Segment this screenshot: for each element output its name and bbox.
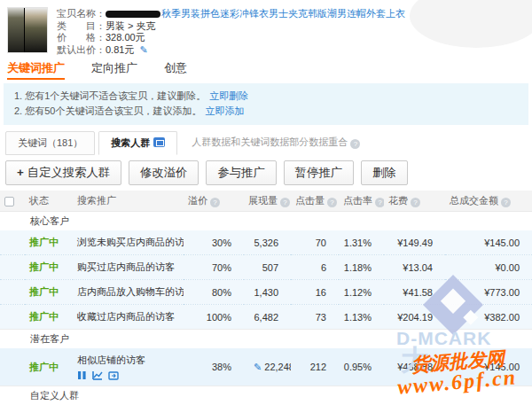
total-value: ¥773.00 (445, 280, 532, 305)
tab-targeting-promotion[interactable]: 定向推广 (91, 60, 137, 80)
cost-value: ¥149.49 (384, 230, 445, 255)
group-row-custom-audience: 自定义人群 (0, 386, 532, 405)
audience-data-hint: 人群数据和关键词数据部分数据重合 (192, 136, 360, 155)
product-name-label: 宝贝名称： (57, 8, 106, 19)
status-badge: 推广中 (29, 237, 59, 247)
price-label: 价 格： (57, 32, 106, 43)
audience-name: 店内商品放入购物车的访客 (73, 280, 184, 305)
delete-button[interactable]: 删除 (361, 160, 408, 185)
status-badge: 推广中 (29, 362, 59, 372)
audience-name: 收藏过店内商品的访客 (73, 305, 184, 330)
status-badge: 推广中 (29, 286, 59, 297)
pause-promotion-button[interactable]: 暂停推广 (284, 160, 354, 185)
impressions-value: 22,248 (264, 362, 291, 372)
notice-line: 2. 您有50个关键词适合该宝贝，建议添加。立即添加 (14, 104, 518, 119)
pause-icon[interactable] (77, 370, 87, 380)
col-ctr: 点击率 (339, 191, 384, 212)
add-now-link[interactable]: 立即添加 (205, 105, 244, 116)
premium-value: 30% (184, 230, 244, 255)
total-value: ¥0.00 (445, 255, 532, 280)
status-badge: 推广中 (29, 261, 59, 272)
default-bid-value: 0.81元 (106, 44, 134, 55)
plus-icon (17, 166, 27, 179)
cost-value: ¥204.19 (384, 305, 445, 330)
cost-value: ¥438.88 (384, 348, 445, 386)
join-promotion-button[interactable]: 参与推广 (206, 160, 276, 185)
keyword-promotion-page: 宝贝名称：秋季男装拼色迷彩冲锋衣男士夹克韩版潮男连帽外套上衣 类 目：男装 > … (0, 0, 532, 405)
impressions-value: 507 (244, 255, 291, 280)
group-label: 自定义人群 (25, 386, 532, 405)
col-premium: 溢价 (184, 191, 244, 212)
new-badge-icon (153, 137, 165, 147)
cost-help-icon[interactable] (411, 198, 420, 207)
premium-value: 70% (184, 255, 244, 280)
status-badge: 推广中 (29, 311, 59, 322)
group-label: 潜在客户 (25, 330, 532, 349)
total-help-icon[interactable] (501, 198, 511, 207)
table-row[interactable]: 推广中 浏览未购买店内商品的访客 30% 5,326 70 1.31% ¥149… (0, 230, 532, 255)
main-tabs: 关键词推广 定向推广 创意 (0, 55, 532, 80)
ctr-value: 1.18% (339, 255, 384, 280)
category-label: 类 目： (57, 20, 106, 31)
category-value: 男装 > 夹克 (106, 20, 156, 31)
clicks-value: 16 (291, 280, 339, 305)
clicks-help-icon[interactable] (327, 198, 337, 207)
chart-icon[interactable] (92, 370, 103, 380)
product-name-link[interactable]: 秋季男装拼色迷彩冲锋衣男士夹克韩版潮男连帽外套上衣 (161, 8, 405, 19)
total-value: ¥382.00 (445, 305, 532, 330)
table-row[interactable]: 推广中 店内商品放入购物车的访客 80% 1,430 16 1.12% ¥41.… (0, 280, 532, 305)
clicks-value: 212 (291, 348, 339, 386)
group-row-potential-customers: 潜在客户 (0, 330, 532, 349)
audience-table: 状态 搜索推广 溢价 展现量 点击量 点击率 花费 总成交金额 核心客户 推广中… (0, 191, 532, 405)
total-value: ¥145.00 (445, 348, 532, 386)
clicks-value: 6 (291, 255, 339, 280)
audience-name: 浏览未购买店内商品的访客 (73, 230, 184, 255)
custom-audience-button[interactable]: 自定义搜索人群 (5, 160, 121, 185)
ctr-help-icon[interactable] (375, 198, 384, 207)
col-name: 搜索推广 (73, 191, 184, 212)
clicks-value: 70 (291, 230, 339, 255)
notice-text-2: 2. 您有50个关键词适合该宝贝，建议添加。 (14, 105, 201, 116)
product-header: 宝贝名称：秋季男装拼色迷彩冲锋衣男士夹克韩版潮男连帽外套上衣 类 目：男装 > … (0, 0, 532, 55)
table-row[interactable]: 推广中 收藏过店内商品的访客 100% 6,482 73 1.13% ¥204.… (0, 305, 532, 330)
col-cost: 花费 (384, 191, 445, 212)
refresh-icon[interactable] (108, 370, 119, 380)
toolbar: 自定义搜索人群 修改溢价 参与推广 暂停推广 删除 (5, 160, 532, 185)
ctr-value: 1.13% (339, 305, 384, 330)
table-header-row: 状态 搜索推广 溢价 展现量 点击量 点击率 花费 总成交金额 (0, 191, 532, 212)
modify-premium-button[interactable]: 修改溢价 (129, 160, 199, 185)
premium-value: 80% (184, 280, 244, 305)
premium-help-icon[interactable] (210, 198, 220, 207)
impressions-value: 5,326 (244, 230, 291, 255)
help-icon[interactable] (350, 139, 360, 149)
notice-line: 1. 您有1个关键词不适合该宝贝，建议删除。立即删除 (14, 89, 518, 104)
tab-creative[interactable]: 创意 (164, 60, 187, 80)
col-clicks: 点击量 (291, 191, 339, 212)
table-row[interactable]: 推广中 购买过店内商品的访客 70% 507 6 1.18% ¥13.04 ¥0… (0, 255, 532, 280)
ctr-value: 1.31% (339, 230, 384, 255)
impressions-help-icon[interactable] (280, 198, 290, 207)
notice-box: 1. 您有1个关键词不适合该宝贝，建议删除。立即删除 2. 您有50个关键词适合… (4, 83, 528, 125)
audience-name: 相似店铺的访客 (77, 354, 184, 367)
ctr-value: 0.95% (339, 348, 384, 386)
group-label: 核心客户 (25, 212, 532, 231)
table-row-highlighted[interactable]: 推广中 相似店铺的访客 38% ✎ 22,248 212 0.95% ¥438.… (0, 348, 532, 386)
impressions-value: 1,430 (244, 280, 291, 305)
clicks-value: 73 (291, 305, 339, 330)
tab-keyword-promotion[interactable]: 关键词推广 (7, 60, 65, 80)
edit-bid-icon[interactable]: ✎ (139, 44, 147, 55)
thumbnail-right-panel (24, 8, 47, 52)
col-total: 总成交金额 (445, 191, 532, 212)
select-all-checkbox[interactable] (4, 197, 14, 206)
default-bid-label: 默认出价： (57, 44, 106, 55)
delete-now-link[interactable]: 立即删除 (209, 90, 248, 101)
subtab-search-audience[interactable]: 搜索人群 (98, 131, 177, 155)
subtab-audience-label: 搜索人群 (111, 137, 150, 148)
subtab-keywords[interactable]: 关键词（181） (5, 131, 95, 155)
edit-premium-icon[interactable]: ✎ (254, 362, 262, 372)
cost-value: ¥41.58 (384, 280, 445, 305)
product-thumbnail[interactable] (7, 7, 48, 53)
col-status: 状态 (25, 191, 73, 212)
group-row-core-customers: 核心客户 (0, 212, 532, 231)
premium-value: 100% (184, 305, 244, 330)
